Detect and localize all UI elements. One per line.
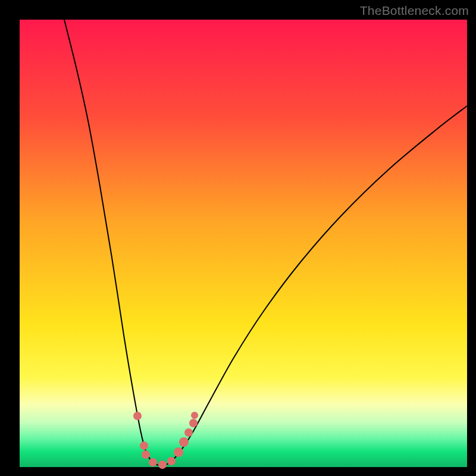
marker-dot	[191, 412, 198, 419]
marker-dot	[133, 412, 142, 420]
plot-area	[20, 20, 467, 467]
watermark-text: TheBottleneck.com	[360, 4, 469, 18]
marker-dot	[140, 441, 148, 450]
marker-dot	[158, 461, 167, 469]
curve-layer	[20, 20, 467, 467]
marker-dot	[149, 458, 157, 466]
marker-dot	[189, 419, 198, 427]
marker-dot	[167, 457, 176, 465]
marker-dot	[174, 447, 183, 457]
marker-dot	[184, 428, 193, 437]
marker-dot	[142, 450, 150, 459]
marker-dot	[179, 437, 189, 447]
bottleneck-curve	[64, 20, 467, 465]
chart-frame: TheBottleneck.com	[0, 0, 476, 476]
